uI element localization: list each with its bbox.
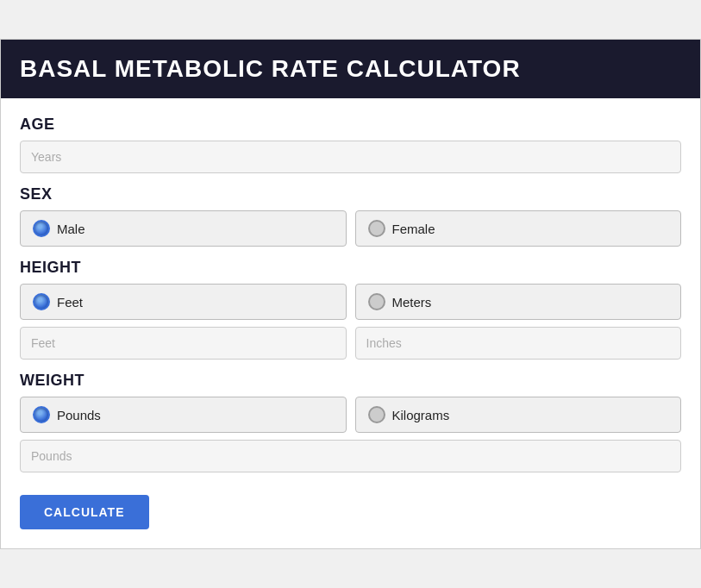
sex-option-male[interactable]: Male <box>20 210 347 247</box>
height-feet-input[interactable] <box>20 327 347 360</box>
weight-radio-pounds <box>33 406 50 423</box>
weight-input[interactable] <box>20 440 681 472</box>
weight-pounds-label: Pounds <box>57 408 101 422</box>
calculate-button[interactable]: CALCULATE <box>20 495 149 529</box>
weight-label: WEIGHT <box>20 372 681 390</box>
header: Basal Metabolic Rate Calculator <box>1 40 700 98</box>
sex-section: SEX Male Female <box>20 185 681 247</box>
sex-radio-male <box>33 220 50 237</box>
sex-radio-group: Male Female <box>20 210 681 247</box>
sex-female-label: Female <box>392 222 435 236</box>
form-body: AGE SEX Male Female HEIGHT <box>1 98 700 548</box>
height-radio-meters <box>368 293 385 310</box>
age-label: AGE <box>20 116 681 134</box>
height-section: HEIGHT Feet Meters <box>20 259 681 360</box>
weight-unit-group: Pounds Kilograms <box>20 397 681 433</box>
weight-option-kilograms[interactable]: Kilograms <box>355 397 682 433</box>
weight-section: WEIGHT Pounds Kilograms <box>20 372 681 472</box>
sex-male-label: Male <box>57 222 85 236</box>
height-feet-label: Feet <box>57 295 83 310</box>
height-inches-input[interactable] <box>355 327 682 360</box>
height-option-feet[interactable]: Feet <box>20 284 347 320</box>
weight-option-pounds[interactable]: Pounds <box>20 397 347 433</box>
height-unit-group: Feet Meters <box>20 284 681 320</box>
age-input[interactable] <box>20 141 681 173</box>
weight-kilograms-label: Kilograms <box>392 408 450 422</box>
height-inputs-row <box>20 327 681 360</box>
sex-label: SEX <box>20 185 681 203</box>
page-title: Basal Metabolic Rate Calculator <box>20 55 681 83</box>
height-label: HEIGHT <box>20 259 681 277</box>
height-meters-label: Meters <box>392 295 432 310</box>
sex-option-female[interactable]: Female <box>355 210 682 247</box>
calculator-container: Basal Metabolic Rate Calculator AGE SEX … <box>0 39 701 549</box>
height-radio-feet <box>33 293 50 310</box>
age-section: AGE <box>20 116 681 173</box>
weight-radio-kilograms <box>368 406 385 423</box>
height-option-meters[interactable]: Meters <box>355 284 682 320</box>
sex-radio-female <box>368 220 385 237</box>
